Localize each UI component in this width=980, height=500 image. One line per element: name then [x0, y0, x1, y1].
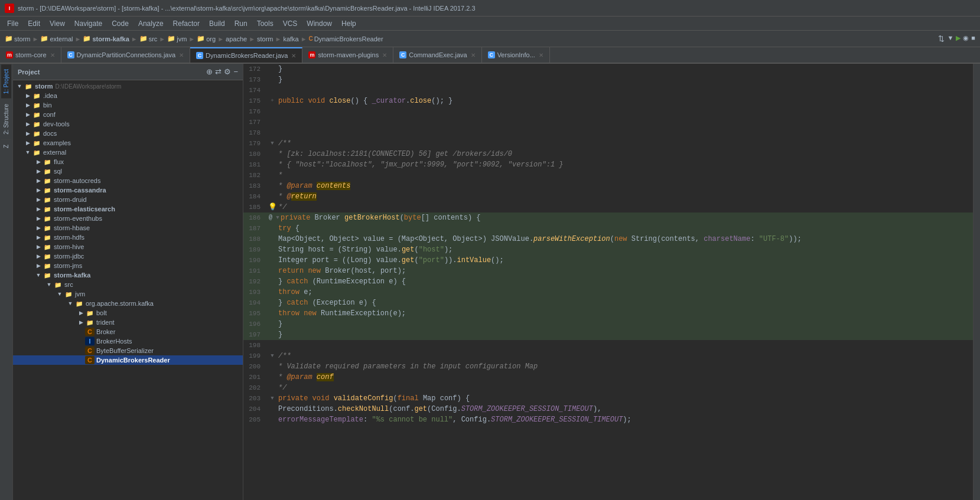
tree-item-sql[interactable]: ▶ 📁 sql [13, 166, 243, 176]
tree-item-broker[interactable]: C Broker [13, 327, 243, 336]
tab-version-info[interactable]: C VersionInfo... ✕ [482, 47, 550, 63]
tree-item-bbserializer[interactable]: C ByteBufferSerializer [13, 346, 243, 355]
tree-item-storm-kafka[interactable]: ▼ 📁 storm-kafka [13, 270, 243, 280]
tree-item-storm-hbase[interactable]: ▶ 📁 storm-hbase [13, 223, 243, 233]
code-line-204: 204 Preconditions.checkNotNull(conf.get(… [243, 404, 973, 414]
tree-item-storm-jdbc[interactable]: ▶ 📁 storm-jdbc [13, 251, 243, 261]
tree-item-storm-jms[interactable]: ▶ 📁 storm-jms [13, 261, 243, 270]
tree-item-dynamic-brokers-reader[interactable]: C DynamicBrokersReader [13, 355, 243, 365]
code-line-199: 199 ▼ /** [243, 351, 973, 361]
tree-label-broker: Broker [96, 328, 115, 335]
sidebar-settings-btn[interactable]: ⚙ [224, 67, 231, 76]
tab-close-dynamic-partition[interactable]: ✕ [179, 52, 184, 58]
code-content-203: private void validateConfig(final Map co… [278, 393, 470, 404]
arrow-bin: ▶ [24, 102, 32, 108]
menu-window[interactable]: Window [302, 18, 337, 29]
tree-root-storm[interactable]: ▼ 📁 storm D:\IDEAWorkspare\storm [13, 81, 243, 91]
sort-icon[interactable]: ⇅ [938, 34, 945, 43]
tab-close-dynamic-brokers[interactable]: ✕ [291, 53, 296, 59]
tree-item-storm-druid[interactable]: ▶ 📁 storm-druid [13, 195, 243, 204]
editor-right-scrollbar[interactable] [973, 64, 980, 500]
tree-item-external[interactable]: ▼ 📁 external [13, 148, 243, 157]
menu-analyze[interactable]: Analyze [134, 18, 168, 29]
tab-dynamic-partition[interactable]: C DynamicPartitionConnections.java ✕ [61, 47, 191, 63]
tree-item-bolt[interactable]: ▶ 📁 bolt [13, 308, 243, 318]
menu-view[interactable]: View [45, 18, 70, 29]
tab-dynamic-brokers[interactable]: C DynamicBrokersReader.java ✕ [190, 47, 302, 63]
folder-icon-bolt: 📁 [85, 309, 95, 317]
folder-icon-examples: 📁 [32, 139, 41, 147]
line-num-186: 186 [246, 213, 266, 223]
arrow-sql: ▶ [34, 168, 43, 174]
menu-refactor[interactable]: Refactor [168, 18, 204, 29]
tab-close-storm-core[interactable]: ✕ [50, 52, 55, 58]
v-tab-structure[interactable]: 2: Structure [1, 99, 11, 139]
tree-item-brokerhosts[interactable]: I BrokerHosts [13, 336, 243, 346]
breadcrumb-storm[interactable]: storm [14, 35, 31, 43]
breadcrumb-external[interactable]: external [50, 35, 73, 43]
tree-item-storm-cassandra[interactable]: ▶ 📁 storm-cassandra [13, 185, 243, 195]
arrow-eventhubs: ▶ [34, 215, 43, 221]
menu-file[interactable]: File [2, 18, 23, 29]
code-content-205: errorMessageTemplate: "%s cannot be null… [278, 414, 631, 425]
tree-item-storm-autocreds[interactable]: ▶ 📁 storm-autocreds [13, 176, 243, 185]
sidebar-sync-btn[interactable]: ⇄ [215, 67, 222, 76]
tree-item-devtools[interactable]: ▶ 📁 dev-tools [13, 119, 243, 129]
v-tab-project[interactable]: 1: Project [1, 64, 11, 99]
menu-code[interactable]: Code [107, 18, 134, 29]
sidebar-add-btn[interactable]: ⊕ [206, 67, 213, 76]
tree-item-storm-hdfs[interactable]: ▶ 📁 storm-hdfs [13, 233, 243, 242]
folder-icon-hive: 📁 [43, 243, 52, 251]
tree-item-conf[interactable]: ▶ 📁 conf [13, 110, 243, 119]
menu-run[interactable]: Run [230, 18, 252, 29]
tree-item-org-apache[interactable]: ▼ 📁 org.apache.storm.kafka [13, 299, 243, 308]
code-line-172: 172 } [243, 64, 973, 74]
breadcrumb-dropdown[interactable]: ▼ [947, 34, 953, 43]
menu-edit[interactable]: Edit [23, 18, 45, 29]
tree-item-flux[interactable]: ▶ 📁 flux [13, 157, 243, 166]
stop-icon[interactable]: ■ [971, 34, 975, 43]
tab-command-exec[interactable]: C CommandExec.java ✕ [393, 47, 481, 63]
tab-close-command-exec[interactable]: ✕ [471, 52, 476, 58]
breadcrumb-org[interactable]: org [206, 35, 216, 43]
tree-item-storm-eventhubs[interactable]: ▶ 📁 storm-eventhubs [13, 214, 243, 223]
tree-item-storm-hive[interactable]: ▶ 📁 storm-hive [13, 242, 243, 251]
code-line-179: 179 ▼ /** [243, 138, 973, 149]
tab-storm-core[interactable]: m storm-core ✕ [0, 47, 61, 63]
menu-tools[interactable]: Tools [252, 18, 278, 29]
tree-item-examples[interactable]: ▶ 📁 examples [13, 138, 243, 148]
tree-item-idea[interactable]: ▶ 📁 .idea [13, 91, 243, 100]
tab-close-storm-maven-plugins[interactable]: ✕ [382, 52, 387, 58]
breadcrumb-dynamic-readers[interactable]: DynamicBrokersReader [314, 35, 383, 43]
tree-item-jvm[interactable]: ▼ 📁 jvm [13, 289, 243, 299]
code-line-198: 198 [243, 340, 973, 351]
tree-item-storm-elasticsearch[interactable]: ▶ 📁 storm-elasticsearch [13, 204, 243, 214]
code-editor[interactable]: 172 } 173 } 174 175 + publi [243, 64, 980, 500]
tab-close-version-info[interactable]: ✕ [539, 52, 543, 58]
breadcrumb-kafka[interactable]: kafka [283, 35, 298, 43]
tree-item-src[interactable]: ▼ 📁 src [13, 280, 243, 289]
arrow-devtools: ▶ [24, 121, 32, 127]
tree-item-trident[interactable]: ▶ 📁 trident [13, 318, 243, 327]
run-icon[interactable]: ▶ [956, 34, 961, 43]
breadcrumb-sep-9: ► [301, 35, 307, 43]
debug-icon[interactable]: ◉ [963, 34, 969, 43]
v-tab-z[interactable]: Z [1, 139, 11, 153]
breadcrumb-jvm[interactable]: jvm [177, 35, 187, 43]
tab-storm-maven-plugins[interactable]: m storm-maven-plugins ✕ [302, 47, 393, 63]
sidebar-collapse-btn[interactable]: − [233, 67, 238, 76]
tab-icon-storm-maven-plugins: m [308, 51, 315, 58]
tree-item-docs[interactable]: ▶ 📁 docs [13, 129, 243, 138]
menu-build[interactable]: Build [204, 18, 230, 29]
code-line-176: 176 [243, 106, 973, 117]
breadcrumb-apache[interactable]: apache [226, 35, 247, 43]
breadcrumb: 📁 storm ► 📁 external ► 📁 storm-kafka ► 📁… [5, 35, 383, 43]
menu-help[interactable]: Help [337, 18, 361, 29]
menu-vcs[interactable]: VCS [278, 18, 302, 29]
breadcrumb-src[interactable]: src [149, 35, 158, 43]
tree-item-bin[interactable]: ▶ 📁 bin [13, 100, 243, 110]
breadcrumb-storm-kafka[interactable]: storm-kafka [92, 35, 129, 43]
breadcrumb-storm2[interactable]: storm [257, 35, 274, 43]
folder-icon-conf: 📁 [32, 110, 41, 119]
menu-navigate[interactable]: Navigate [70, 18, 107, 29]
